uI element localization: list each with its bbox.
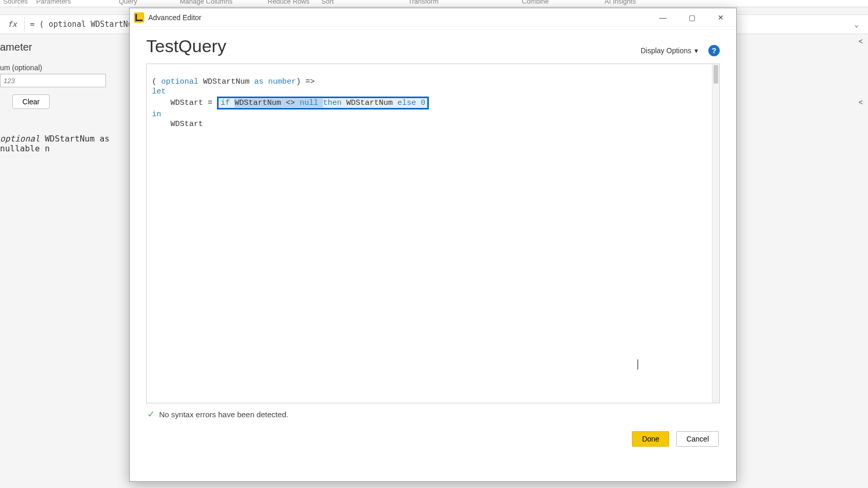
dialog-title: Advanced Editor [148, 13, 202, 22]
tok-keyword: if [221, 99, 230, 107]
tok-keyword: let [152, 87, 166, 96]
ribbon-group: Reduce Rows [268, 0, 309, 5]
tok [342, 99, 346, 107]
tok [152, 120, 171, 129]
tok [250, 77, 254, 86]
ribbon-group: Query [119, 0, 137, 5]
tok: ) => [296, 77, 315, 86]
text-cursor [638, 359, 638, 370]
ribbon-group: Parameters [36, 0, 71, 5]
ribbon-group: Sources [3, 0, 28, 5]
code-content[interactable]: ( optional WDStartNum as number) => let … [147, 64, 712, 403]
ribbon-group: Manage Columns [180, 0, 233, 5]
tok-keyword: optional [161, 77, 198, 86]
collapse-pane-icon[interactable]: < [859, 98, 863, 106]
code-editor[interactable]: ( optional WDStartNum as number) => let … [146, 64, 720, 403]
tok-keyword: in [152, 110, 161, 119]
tok [393, 99, 397, 107]
status-text: No syntax errors have been detected. [159, 410, 288, 419]
powerbi-icon [134, 12, 144, 23]
tok-ident: WDStartNum [203, 77, 250, 86]
close-button[interactable]: ✕ [712, 11, 729, 24]
tok-ident: WDStart [171, 120, 203, 129]
tok-ident: WDStart [171, 99, 203, 107]
dialog-titlebar[interactable]: Advanced Editor — ▢ ✕ [130, 8, 736, 27]
formula-text[interactable]: = ( optional WDStartNum a [25, 20, 147, 29]
check-icon: ✓ [147, 408, 155, 420]
ribbon-group: Transform [408, 0, 439, 5]
ribbon-group: AI Insights [605, 0, 636, 5]
tok: = [203, 99, 217, 107]
done-button[interactable]: Done [632, 431, 669, 447]
tok [152, 99, 171, 107]
tok-keyword: null [300, 99, 323, 107]
tok-ident: WDStartNum [346, 99, 393, 107]
tok [416, 99, 421, 107]
scrollbar-thumb[interactable] [714, 65, 718, 84]
ribbon-group: Combine [522, 0, 549, 5]
fx-icon[interactable]: fx [0, 17, 25, 32]
param-input[interactable] [0, 74, 106, 87]
tok-keyword: then [323, 99, 342, 107]
query-name-heading: TestQuery [146, 36, 226, 56]
kw-optional: optional [0, 134, 45, 144]
function-signature: optional WDStartNum as nullable n [0, 134, 129, 153]
panel-heading: ameter [0, 41, 129, 53]
help-icon[interactable]: ? [708, 45, 720, 56]
clear-button[interactable]: Clear [12, 95, 50, 109]
ribbon-group: Sort [321, 0, 334, 5]
syntax-status: ✓ No syntax errors have been detected. [146, 403, 720, 420]
highlighted-expression: if WDStartNum <> null then WDStartNum el… [217, 97, 429, 109]
minimize-button[interactable]: — [655, 11, 671, 24]
tok-number: 0 [421, 99, 425, 107]
tok-keyword: as [254, 77, 264, 86]
signature-id: WDStartNum [45, 134, 95, 144]
tok: ( [152, 77, 161, 86]
param-label: um (optional) [0, 64, 129, 72]
tok-selected: WDStartNum <> [235, 99, 300, 107]
ribbon-group-labels: Sources Parameters Query Manage Columns … [0, 0, 868, 7]
tok-keyword: else [397, 99, 416, 107]
chevron-down-icon: ▾ [694, 46, 698, 55]
cancel-button[interactable]: Cancel [676, 431, 719, 447]
expand-formula-icon[interactable]: ⌄ [855, 20, 859, 28]
display-options-dropdown[interactable]: Display Options ▾ [641, 46, 698, 55]
tok-keyword: number [268, 77, 296, 86]
tok [230, 99, 235, 107]
editor-scrollbar[interactable] [712, 64, 719, 403]
advanced-editor-dialog: Advanced Editor — ▢ ✕ TestQuery Display … [129, 8, 737, 482]
parameter-panel: ameter um (optional) Clear optional WDSt… [0, 36, 129, 153]
tok [264, 77, 268, 86]
tok [198, 77, 203, 86]
collapse-pane-icon[interactable]: < [859, 37, 863, 45]
maximize-button[interactable]: ▢ [684, 11, 700, 24]
display-options-label: Display Options [641, 46, 691, 55]
